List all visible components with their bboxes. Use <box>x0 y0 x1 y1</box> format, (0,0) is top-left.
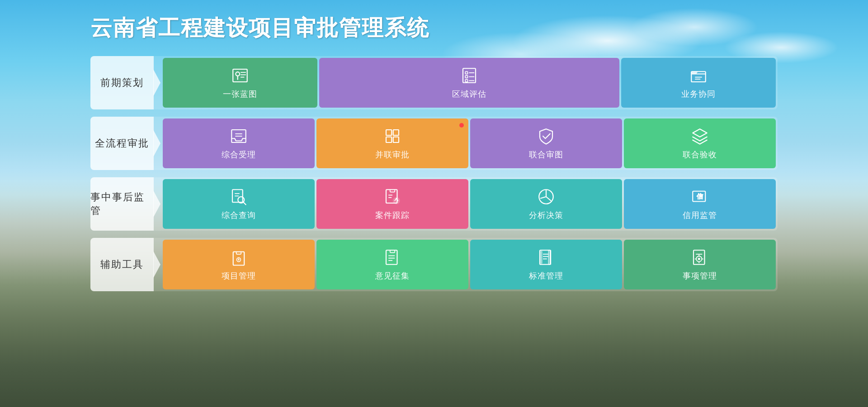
svg-line-21 <box>244 202 246 204</box>
card-affairs[interactable]: 事项管理 <box>624 240 776 289</box>
card-comprehensive-query-label: 综合查询 <box>222 210 256 221</box>
row-approval: 全流程审批 综合受理 <box>90 117 778 170</box>
card-project-mgmt[interactable]: 项目管理 <box>163 240 315 289</box>
card-biz-coord[interactable]: 业务协同 <box>621 58 776 108</box>
svg-point-34 <box>238 259 240 260</box>
card-analysis[interactable]: 分析决策 <box>470 179 622 229</box>
shield-icon <box>537 127 556 146</box>
row-planning: 前期策划 一张蓝图 <box>90 56 778 109</box>
row-label-tools: 辅助工具 <box>90 238 154 291</box>
card-analysis-label: 分析决策 <box>529 210 563 221</box>
card-comprehensive-query[interactable]: 综合查询 <box>163 179 315 229</box>
card-case-tracking-label: 案件跟踪 <box>375 210 410 221</box>
card-blueprint-label: 一张蓝图 <box>223 89 257 99</box>
grid-icon <box>383 127 402 146</box>
inbox-icon <box>229 127 248 146</box>
opinion-doc-icon <box>383 248 402 267</box>
svg-rect-3 <box>465 71 467 74</box>
card-joint-review-label: 联合审图 <box>529 149 563 160</box>
row-supervision: 事中事后监管 综合查询 <box>90 177 778 231</box>
svg-rect-0 <box>233 69 247 82</box>
card-comprehensive-accept-label: 综合受理 <box>222 149 256 160</box>
gear-doc-icon <box>690 248 709 267</box>
row-label-supervision: 事中事后监管 <box>90 177 154 231</box>
cards-supervision: 综合查询 案件跟踪 <box>154 177 778 231</box>
page-title: 云南省工程建设项目审批管理系统 <box>90 14 778 43</box>
row-label-approval: 全流程审批 <box>90 117 154 170</box>
cards-planning: 一张蓝图 区域评估 <box>154 56 778 109</box>
folder-icon <box>689 66 708 85</box>
card-credit-label: 信用监管 <box>683 210 717 221</box>
cards-tools: 项目管理 意见征集 <box>154 238 778 291</box>
card-blueprint[interactable]: 一张蓝图 <box>163 58 317 108</box>
svg-text:信: 信 <box>696 193 703 200</box>
svg-rect-17 <box>386 137 392 142</box>
credit-icon: 信 <box>690 187 709 206</box>
svg-rect-16 <box>393 130 399 135</box>
map-icon <box>231 66 250 85</box>
card-standard[interactable]: 标准管理 <box>470 240 622 289</box>
track-doc-icon <box>383 187 402 206</box>
card-opinion-label: 意见征集 <box>375 270 410 281</box>
layers-icon <box>690 127 709 146</box>
cards-approval: 综合受理 并联审批 <box>154 117 778 170</box>
chart-icon <box>537 187 556 206</box>
row-label-planning: 前期策划 <box>90 56 154 109</box>
svg-point-1 <box>236 72 240 76</box>
checklist-icon <box>460 66 479 85</box>
clipboard-icon <box>229 248 248 267</box>
svg-point-48 <box>698 258 700 260</box>
grid-container: 前期策划 一张蓝图 <box>90 56 778 291</box>
card-joint-accept-label: 联合验收 <box>683 149 717 160</box>
card-comprehensive-accept[interactable]: 综合受理 <box>163 118 315 168</box>
card-standard-label: 标准管理 <box>529 270 563 281</box>
card-case-tracking[interactable]: 案件跟踪 <box>316 179 468 229</box>
card-joint-accept[interactable]: 联合验收 <box>624 118 776 168</box>
card-opinion[interactable]: 意见征集 <box>316 240 468 289</box>
card-project-mgmt-label: 项目管理 <box>222 270 256 281</box>
card-parallel-approval-label: 并联审批 <box>375 149 410 160</box>
notification-dot <box>459 123 464 128</box>
svg-rect-15 <box>386 130 392 135</box>
svg-rect-18 <box>393 137 399 142</box>
svg-rect-7 <box>465 80 467 82</box>
svg-rect-41 <box>541 251 542 264</box>
card-joint-review[interactable]: 联合审图 <box>470 118 622 168</box>
row-tools: 辅助工具 项目管理 <box>90 238 778 291</box>
book-icon <box>537 248 556 267</box>
card-region-eval-label: 区域评估 <box>452 89 486 99</box>
svg-rect-5 <box>465 76 467 78</box>
card-region-eval[interactable]: 区域评估 <box>319 58 619 108</box>
search-doc-icon <box>229 187 248 206</box>
card-affairs-label: 事项管理 <box>683 270 717 281</box>
card-credit[interactable]: 信 信用监管 <box>624 179 776 229</box>
card-biz-coord-label: 业务协同 <box>681 89 716 99</box>
card-parallel-approval[interactable]: 并联审批 <box>316 118 468 168</box>
main-container: 云南省工程建设项目审批管理系统 前期策划 一张蓝图 <box>0 0 868 407</box>
